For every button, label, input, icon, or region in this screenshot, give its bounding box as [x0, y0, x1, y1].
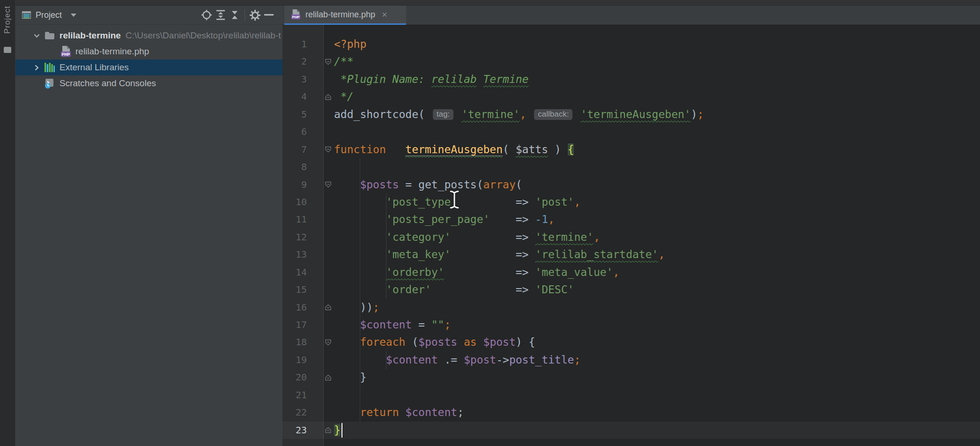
gutter-row: 7: [282, 141, 334, 158]
code-token: function: [334, 143, 386, 156]
code-token: [334, 213, 386, 225]
code-token: ;: [444, 319, 451, 331]
tree-item-scratches[interactable]: Scratches and Consoles: [15, 75, 282, 91]
code-token: 'posts_per_page': [386, 213, 490, 225]
code-token: [477, 336, 483, 348]
code-token: ,: [594, 231, 600, 243]
gutter: 1234567891011121314151617181920212223: [282, 36, 334, 439]
code-token: Termine: [483, 73, 529, 85]
gutter-row: 8: [282, 158, 334, 176]
line-number: 5: [282, 106, 307, 123]
svg-text:PHP: PHP: [292, 15, 300, 19]
fold-close-icon[interactable]: [325, 374, 332, 381]
chevron-right-icon[interactable]: [30, 65, 43, 71]
code-token: ;: [373, 301, 379, 313]
code-token: tag:: [433, 109, 453, 120]
line-number: 3: [282, 71, 307, 88]
code-token: add_shortcode(: [334, 108, 431, 120]
code-line: add_shortcode( tag: 'termine', callback:…: [334, 106, 704, 123]
code-token: (: [503, 143, 516, 156]
code-token: array: [483, 178, 516, 191]
fold-open-icon[interactable]: [325, 181, 332, 188]
locate-icon[interactable]: [200, 8, 214, 22]
code-text[interactable]: <?php/** *Plugin Name: relilab Termine *…: [334, 36, 704, 439]
fold-open-icon[interactable]: [325, 339, 332, 346]
code-token: [334, 301, 360, 313]
stripe-tool-icon: [4, 47, 11, 53]
code-token: =: [412, 319, 431, 331]
code-token: [334, 178, 360, 191]
code-editor[interactable]: 1234567891011121314151617181920212223 <?…: [282, 25, 980, 446]
fold-close-icon[interactable]: [325, 427, 332, 434]
code-token: [334, 231, 386, 243]
hide-panel-icon[interactable]: [262, 8, 276, 22]
code-token: 'DESC': [535, 283, 574, 296]
tab-relilab-termine-php[interactable]: PHP relilab-termine.php ×: [284, 6, 406, 25]
code-token: [334, 336, 360, 348]
gutter-row: 9: [282, 176, 334, 193]
code-token: =>: [516, 213, 535, 225]
code-token: 'meta_value': [535, 266, 613, 278]
code-token: termineAusgeben: [405, 143, 503, 156]
fold-close-icon[interactable]: [325, 304, 332, 311]
code-token: ): [691, 108, 698, 120]
text-caret: [342, 423, 342, 438]
code-token: (: [516, 178, 522, 191]
fold-open-icon[interactable]: [325, 146, 332, 153]
code-line: }: [334, 369, 704, 386]
code-token: 'post': [535, 196, 574, 208]
code-token: [477, 73, 483, 85]
line-number: 11: [282, 211, 307, 228]
gutter-row: 11: [282, 211, 334, 228]
code-token: $content: [360, 319, 412, 331]
folder-icon: [43, 31, 57, 40]
code-token: 'termine': [461, 108, 520, 120]
gutter-row: 19: [282, 351, 334, 369]
line-number: 6: [282, 123, 307, 141]
code-token: ,: [574, 196, 580, 208]
php-file-icon: PHP: [291, 9, 301, 20]
code-line: */: [334, 88, 704, 105]
settings-gear-icon[interactable]: [248, 8, 262, 22]
gutter-row: 18: [282, 334, 334, 351]
code-line: 'order' => 'DESC': [334, 281, 704, 298]
tab-close-icon[interactable]: ×: [382, 10, 387, 19]
code-token: 'termineAusgeben': [580, 108, 690, 120]
code-line: ));: [334, 299, 704, 316]
tree-item-php-file[interactable]: PHP relilab-termine.php: [15, 44, 282, 59]
collapse-all-icon[interactable]: [228, 8, 242, 22]
gutter-row: 17: [282, 316, 334, 334]
fold-open-icon[interactable]: [325, 59, 332, 66]
code-token: [399, 406, 405, 418]
tree-item-root-folder[interactable]: relilab-termine C:\Users\Daniel\Desktop\…: [15, 28, 282, 44]
gutter-row: 6: [282, 123, 334, 141]
code-token: relilab: [431, 73, 477, 85]
tree-item-label: Scratches and Consoles: [59, 78, 156, 89]
code-token: $atts: [516, 143, 548, 156]
project-dropdown-chevron-icon[interactable]: [67, 8, 81, 22]
chevron-down-icon[interactable]: [30, 34, 43, 38]
code-token: foreach: [360, 336, 405, 348]
gutter-row: 10: [282, 193, 334, 211]
code-line: $posts = get_posts(array(: [334, 176, 704, 193]
code-token: -1: [535, 213, 548, 225]
code-line: }: [334, 422, 704, 439]
code-token: }: [334, 424, 341, 436]
code-token: =: [399, 178, 418, 191]
tree-item-external-libraries[interactable]: External Libraries: [15, 59, 282, 75]
stripe-project-tab[interactable]: Project: [3, 6, 12, 34]
tab-label: relilab-termine.php: [305, 10, 375, 20]
code-token: .=: [438, 354, 464, 366]
tree-item-label: External Libraries: [59, 62, 129, 73]
expand-all-icon[interactable]: [214, 8, 228, 22]
code-token: =>: [516, 196, 535, 208]
php-file-icon: PHP: [59, 45, 73, 58]
code-line: function termineAusgeben( $atts ) {: [334, 141, 704, 158]
code-line: [334, 123, 704, 141]
fold-close-icon[interactable]: [325, 94, 332, 101]
scratches-icon: [43, 78, 57, 89]
code-token: 'termine': [535, 231, 594, 243]
code-line: return $content;: [334, 404, 704, 421]
code-line: [334, 158, 704, 176]
project-panel-header: Project: [15, 6, 282, 25]
